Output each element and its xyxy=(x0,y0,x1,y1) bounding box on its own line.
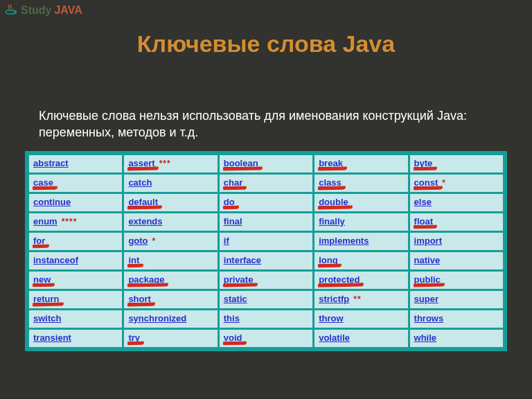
table-row: continuedefaultdodoubleelse xyxy=(29,194,503,211)
keyword-note: *** xyxy=(159,159,171,168)
keyword-link[interactable]: catch xyxy=(128,177,152,188)
keyword-cell: extends xyxy=(124,213,217,231)
keyword-cell: instanceof xyxy=(29,252,122,269)
keyword-link[interactable]: static xyxy=(224,294,247,304)
keyword-link[interactable]: class xyxy=(319,177,342,188)
keyword-cell: default xyxy=(124,194,217,211)
keyword-link[interactable]: package xyxy=(128,274,164,285)
keyword-cell: throw xyxy=(314,310,407,328)
keyword-link[interactable]: final xyxy=(224,216,242,227)
keyword-cell: catch xyxy=(124,175,217,192)
keyword-cell: synchronized xyxy=(124,310,217,328)
table-row: switchsynchronizedthisthrowthrows xyxy=(29,310,503,328)
keyword-link[interactable]: while xyxy=(414,332,437,343)
keyword-link[interactable]: assert xyxy=(128,158,154,168)
keyword-cell: continue xyxy=(29,194,122,211)
keyword-cell: import xyxy=(410,233,503,250)
keyword-cell: public xyxy=(410,272,503,289)
cup-icon xyxy=(4,3,18,18)
logo-text-java: JAVA xyxy=(54,4,82,17)
keyword-link[interactable]: char xyxy=(224,177,242,188)
table-row: enum****extendsfinalfinallyfloat xyxy=(29,213,503,231)
keyword-link[interactable]: abstract xyxy=(33,158,69,168)
keyword-link[interactable]: import xyxy=(414,236,442,246)
keyword-link[interactable]: if xyxy=(224,236,229,246)
keyword-cell: volatile xyxy=(314,330,407,347)
table-row: returnshortstaticstrictfp**super xyxy=(29,291,503,308)
keyword-link[interactable]: private xyxy=(224,274,254,285)
keyword-link[interactable]: continue xyxy=(33,197,71,207)
keyword-link[interactable]: throw xyxy=(319,313,343,323)
keyword-cell: boolean xyxy=(220,155,312,172)
keyword-cell: abstract xyxy=(29,155,122,172)
keyword-link[interactable]: interface xyxy=(224,255,261,265)
keyword-link[interactable]: short xyxy=(128,294,151,304)
keyword-link[interactable]: int xyxy=(128,255,139,265)
keyword-link[interactable]: protected xyxy=(319,274,360,285)
keyword-link[interactable]: public xyxy=(414,274,441,285)
keyword-link[interactable]: synchronized xyxy=(128,313,186,323)
logo-text-study: Study xyxy=(21,4,51,17)
keyword-link[interactable]: do xyxy=(224,197,235,207)
keyword-cell: switch xyxy=(29,310,122,328)
keyword-cell: int xyxy=(124,252,217,269)
keyword-link[interactable]: boolean xyxy=(224,158,258,168)
keyword-link[interactable]: long xyxy=(319,255,337,265)
keyword-cell: new xyxy=(29,272,122,289)
table-row: abstractassert***booleanbreakbyte xyxy=(29,155,503,172)
keyword-cell: return xyxy=(29,291,122,308)
keyword-link[interactable]: new xyxy=(33,274,51,285)
keyword-cell: interface xyxy=(220,252,312,269)
keyword-link[interactable]: super xyxy=(414,294,438,304)
keyword-link[interactable]: switch xyxy=(33,313,61,323)
keyword-cell: char xyxy=(220,175,312,192)
keyword-cell: final xyxy=(220,213,312,231)
table-row: newpackageprivateprotectedpublic xyxy=(29,272,503,289)
keyword-link[interactable]: const xyxy=(414,177,438,188)
keyword-cell: super xyxy=(410,291,503,308)
keyword-link[interactable]: void xyxy=(224,332,242,343)
keyword-cell: enum**** xyxy=(29,213,122,231)
keyword-link[interactable]: double xyxy=(319,197,348,207)
keyword-cell: byte xyxy=(410,155,503,172)
keyword-link[interactable]: instanceof xyxy=(33,255,78,265)
table-row: transienttryvoidvolatilewhile xyxy=(29,330,503,347)
keyword-cell: this xyxy=(220,310,312,328)
keyword-link[interactable]: enum xyxy=(33,216,57,227)
keyword-cell: while xyxy=(410,330,503,347)
page-title: Ключевые слова Java xyxy=(0,30,532,57)
keyword-link[interactable]: transient xyxy=(33,332,71,343)
keyword-cell: for xyxy=(29,233,122,250)
keywords-table: abstractassert***booleanbreakbytecasecat… xyxy=(27,153,505,349)
keyword-link[interactable]: volatile xyxy=(319,332,350,343)
table-row: instanceofintinterfacelongnative xyxy=(29,252,503,269)
keyword-link[interactable]: for xyxy=(33,236,45,246)
keyword-link[interactable]: else xyxy=(414,197,432,207)
keyword-link[interactable]: return xyxy=(33,294,60,304)
keyword-cell: finally xyxy=(314,213,407,231)
keyword-cell: break xyxy=(314,155,407,172)
keyword-link[interactable]: case xyxy=(33,177,53,188)
keyword-link[interactable]: implements xyxy=(319,236,369,246)
keyword-link[interactable]: finally xyxy=(319,216,345,227)
keywords-table-container: abstractassert***booleanbreakbytecasecat… xyxy=(25,151,507,351)
keyword-link[interactable]: this xyxy=(224,313,240,323)
keyword-note: **** xyxy=(62,217,78,227)
keyword-link[interactable]: native xyxy=(414,255,441,265)
keyword-cell: try xyxy=(124,330,217,347)
keyword-cell: static xyxy=(220,291,312,308)
keyword-cell: long xyxy=(314,252,407,269)
keyword-cell: else xyxy=(410,194,503,211)
keyword-link[interactable]: try xyxy=(128,332,140,343)
keyword-cell: double xyxy=(314,194,407,211)
keyword-link[interactable]: goto xyxy=(128,236,148,246)
keyword-cell: strictfp** xyxy=(314,291,407,308)
keyword-link[interactable]: byte xyxy=(414,158,433,168)
keyword-link[interactable]: throws xyxy=(414,313,444,323)
keyword-cell: package xyxy=(124,272,217,289)
keyword-link[interactable]: extends xyxy=(128,216,162,227)
keyword-link[interactable]: break xyxy=(319,158,343,168)
keyword-link[interactable]: strictfp xyxy=(319,294,349,304)
keyword-link[interactable]: float xyxy=(414,216,433,227)
keyword-link[interactable]: default xyxy=(128,197,158,207)
